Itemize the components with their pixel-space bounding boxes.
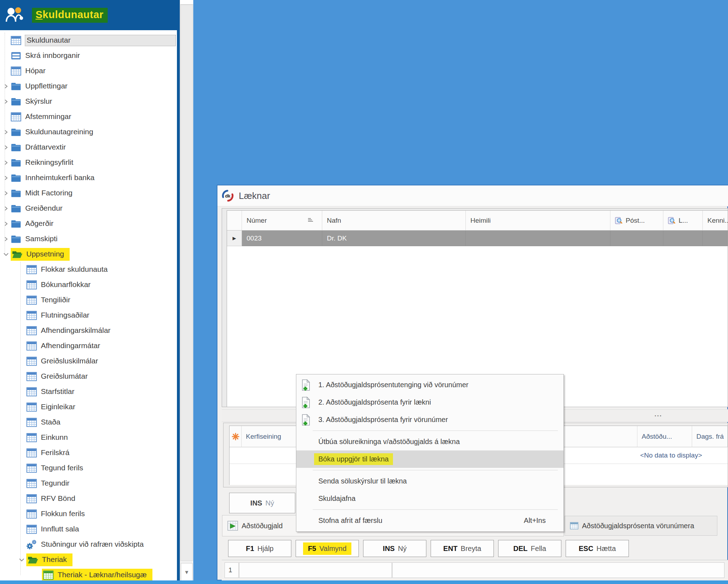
folder-icon (11, 157, 21, 168)
tree-item[interactable]: Flokkun ferils (0, 506, 177, 521)
table-icon (26, 356, 37, 367)
tree-item[interactable]: Skrá innborganir (0, 48, 177, 63)
menu-item-label: Bóka uppgjör til lækna (314, 453, 393, 465)
button-key: DEL (513, 545, 528, 553)
tree-item-label: Bókunarflokkar (41, 280, 93, 290)
tree-item[interactable]: Flokkar skuldunauta (0, 262, 177, 277)
tree-item[interactable]: Skuldunautar (0, 33, 177, 48)
tree-item[interactable]: Bókunarflokkar (0, 277, 177, 292)
chevron-right-icon[interactable] (1, 83, 11, 90)
tree-item[interactable]: Tengiliðir (0, 292, 177, 308)
chevron-down-icon[interactable] (17, 556, 26, 563)
chevron-right-icon[interactable] (1, 174, 11, 182)
scrollbar-up-button[interactable] (180, 0, 193, 5)
tree-item-label: Skýrslur (25, 96, 54, 107)
tree-item[interactable]: Innflutt sala (0, 521, 177, 537)
tree-item[interactable]: Greiðslumátar (0, 369, 177, 384)
tree-item[interactable]: Afstemmingar (0, 109, 177, 124)
tree-item[interactable]: Reikningsyfirlit (0, 155, 177, 170)
tree-item[interactable]: Skýrslur (0, 94, 177, 109)
tree-item[interactable]: Innheimtukerfi banka (0, 170, 177, 185)
breyta-button[interactable]: ENTBreyta (431, 540, 494, 557)
menu-item[interactable]: Bóka uppgjör til lækna (296, 450, 563, 468)
tree-item[interactable]: Skuldunautagreining (0, 124, 177, 140)
tree-item[interactable]: Flutningsaðilar (0, 308, 177, 323)
column-header[interactable]: Kenni... (703, 211, 728, 231)
new-record-button[interactable]: INS Ný (229, 493, 295, 513)
tree-item[interactable]: Dráttarvextir (0, 140, 177, 155)
tree-item[interactable]: Greiðendur (0, 201, 177, 216)
chevron-right-icon[interactable] (1, 220, 11, 227)
form-icon (11, 50, 21, 61)
table-icon (26, 295, 37, 305)
chevron-right-icon[interactable] (1, 205, 11, 212)
tree-item[interactable]: Hópar (0, 63, 177, 79)
tree-item[interactable]: Einkunn (0, 430, 177, 445)
menu-item[interactable]: Útbúa sölureikninga v/aðstöðugjalds á læ… (296, 433, 563, 450)
grid-cell (466, 231, 610, 246)
tree-item[interactable]: Staða (0, 415, 177, 430)
sidebar-title: Skuldunautar (32, 8, 108, 23)
tree-item[interactable]: Tegundir (0, 476, 177, 491)
tree-item[interactable]: Samskipti (0, 231, 177, 247)
h-tta-button[interactable]: ESCHætta (566, 540, 629, 557)
chevron-spacer (17, 312, 26, 319)
valmynd-button[interactable]: F5Valmynd (296, 540, 359, 557)
folder-icon (11, 234, 21, 244)
highlighted-button-text: F5Valmynd (303, 542, 352, 555)
splitter-dots[interactable]: ... (654, 410, 662, 418)
lookup-icon (615, 217, 623, 225)
menu-item-label: Útbúa sölureikninga v/aðstöðugjalds á læ… (318, 438, 460, 446)
tree-item-label: Staða (41, 417, 63, 428)
table-icon (26, 341, 37, 351)
tree-item-label: Innheimtukerfi banka (25, 173, 97, 183)
fella-button[interactable]: DELFella (498, 540, 561, 557)
tree-item[interactable]: Uppflettingar (0, 79, 177, 94)
tree-item[interactable]: Starfstitlar (0, 384, 177, 399)
tree-item[interactable]: Theriak (0, 552, 177, 567)
n--button[interactable]: INSNý (363, 540, 426, 557)
scrollbar-down-button[interactable]: ▼ (181, 563, 193, 581)
tree-item[interactable]: Greiðsluskilmálar (0, 353, 177, 369)
grid-selected-row[interactable]: ▶0023Dr. DK (227, 231, 728, 246)
chevron-right-icon[interactable] (1, 129, 11, 136)
tree-item[interactable]: RFV Bönd (0, 491, 177, 506)
tree-item[interactable]: Aðgerðir (0, 216, 177, 231)
menu-item[interactable]: Skuldajafna (296, 490, 563, 507)
tree-item[interactable]: Uppsetning (0, 247, 177, 262)
chevron-spacer (17, 465, 26, 472)
menu-item[interactable]: Senda söluskýrslur til lækna (296, 472, 563, 490)
tree-item[interactable]: Ferilskrá (0, 445, 177, 460)
chevron-spacer (17, 495, 26, 502)
chevron-right-icon[interactable] (1, 98, 11, 105)
lower-column-header[interactable] (230, 426, 242, 447)
tree-item[interactable]: Afhendingarskilmálar (0, 323, 177, 338)
tree-item[interactable]: Midt Factoring (0, 185, 177, 201)
menu-item[interactable]: 2. Aðstöðugjaldsprósenta fyrir lækni (296, 394, 563, 411)
tree-item[interactable]: Eiginleikar (0, 399, 177, 415)
menu-item[interactable]: 3. Aðstöðugjaldsprósenta fyrir vörunúmer (296, 411, 563, 428)
lower-column-header[interactable]: Aðstöðu... (637, 426, 692, 447)
menu-item[interactable]: Stofna afrit af færsluAlt+Ins (296, 512, 563, 529)
tree-item[interactable]: Stuðningur við rafræn viðskipta (0, 537, 177, 552)
tree-scrollbar[interactable]: ▼ (180, 0, 193, 584)
chevron-right-icon[interactable] (1, 144, 11, 151)
column-header[interactable]: Póst... (610, 211, 663, 231)
hj-lp-button[interactable]: F1Hjálp (228, 540, 291, 557)
button-label: Ný (398, 545, 406, 553)
tree-item[interactable]: Tegund ferils (0, 460, 177, 476)
tab-adstodugjaldsprosenta-vorunumera[interactable]: Aðstöðugjaldsprósenta vörunúmera (565, 516, 717, 536)
column-header[interactable]: Númer (242, 211, 322, 231)
chevron-right-icon[interactable] (1, 190, 11, 197)
menu-item[interactable]: 1. Aðstöðugjaldsprósentutenging við vöru… (296, 376, 563, 394)
chevron-right-icon[interactable] (1, 159, 11, 166)
lower-column-header[interactable]: Dags. frá (692, 426, 728, 447)
column-header[interactable]: Heimili (466, 211, 610, 231)
tree-item[interactable]: Afhendingarmátar (0, 338, 177, 353)
chevron-down-icon[interactable] (1, 251, 11, 258)
column-header[interactable]: L... (663, 211, 703, 231)
chevron-right-icon[interactable] (1, 236, 11, 243)
scrollbar-thumb[interactable] (180, 5, 193, 561)
column-header[interactable]: Nafn (322, 211, 466, 231)
window-titlebar[interactable]: dk Læknar (217, 185, 728, 206)
